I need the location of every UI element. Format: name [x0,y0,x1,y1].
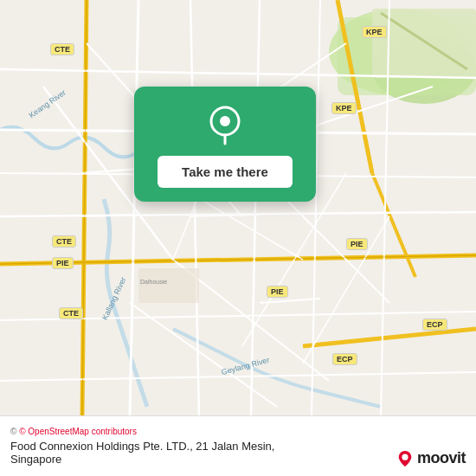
svg-point-46 [402,453,408,460]
map-view: Dalhousie CTE KPE KPE CTE PIE PIE PIE CT… [0,0,476,415]
copyright-line: © © OpenStreetMap contributors [10,427,466,436]
address-line: Food Connexion Holdings Pte. LTD., 21 Ja… [10,440,274,453]
road-badge-cte-2: CTE [52,235,76,248]
city-line: Singapore [10,453,274,466]
moovit-pin-icon [396,450,414,467]
bottom-bar: © © OpenStreetMap contributors Food Conn… [0,415,476,476]
svg-rect-41 [138,268,199,303]
take-me-there-button[interactable]: Take me there [158,156,293,188]
road-badge-pie-1: PIE [52,257,74,269]
road-badge-kpe-1: KPE [362,26,387,38]
copyright-symbol: © [10,427,16,436]
road-badge-kpe-2: KPE [331,102,357,114]
road-badge-pie-2: PIE [346,238,368,250]
svg-point-44 [220,116,230,126]
road-badge-ecp-1: ECP [332,353,357,365]
location-pin-icon [204,104,246,145]
road-badge-pie-3: PIE [267,286,288,298]
road-badge-ecp-2: ECP [422,318,447,331]
moovit-brand-text: moovit [417,449,466,467]
svg-text:Dalhousie: Dalhousie [140,279,167,285]
road-badge-cte-3: CTE [59,307,83,319]
moovit-logo: moovit [396,449,466,467]
location-card: Take me there [134,87,316,202]
road-badge-cte-1: CTE [50,43,74,55]
osm-link[interactable]: © OpenStreetMap contributors [19,427,137,436]
